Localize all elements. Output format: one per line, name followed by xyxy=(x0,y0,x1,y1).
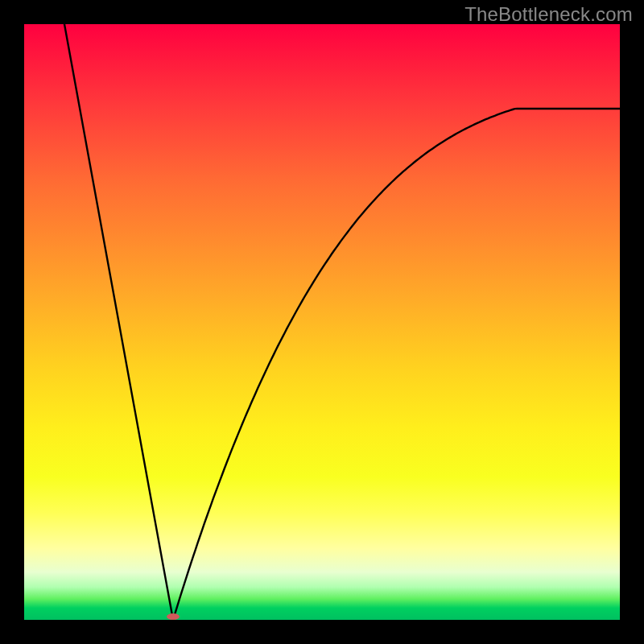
curve-path xyxy=(64,24,620,620)
vertex-marker xyxy=(167,613,180,620)
plot-area xyxy=(24,24,620,620)
watermark-text: TheBottleneck.com xyxy=(464,3,633,26)
bottleneck-curve xyxy=(24,24,620,620)
